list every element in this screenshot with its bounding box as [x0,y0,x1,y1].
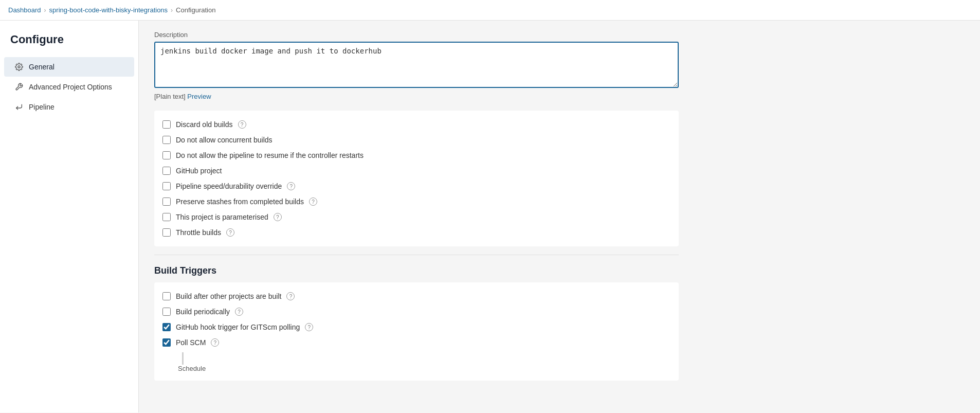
throttle-builds-checkbox[interactable] [162,228,171,237]
throttle-builds-label[interactable]: Throttle builds [176,228,221,237]
poll-scm-help-icon[interactable]: ? [211,338,219,347]
no-concurrent-builds-label[interactable]: Do not allow concurrent builds [176,136,273,144]
poll-scm-checkbox[interactable] [162,338,171,347]
checkbox-row-throttle-builds: Throttle builds ? [162,225,670,240]
build-after-other-checkbox[interactable] [162,292,171,300]
breadcrumb: Dashboard › spring-boot-code-with-bisky-… [0,0,980,21]
parameterised-help-icon[interactable]: ? [274,213,282,221]
checkbox-row-pipeline-speed: Pipeline speed/durability override ? [162,178,670,194]
preserve-stashes-label[interactable]: Preserve stashes from completed builds [176,197,304,206]
breadcrumb-sep-1: › [44,7,46,14]
build-periodically-help-icon[interactable]: ? [235,308,243,316]
breadcrumb-project[interactable]: spring-boot-code-with-bisky-integrations [49,6,168,14]
page-title: Configure [0,29,138,57]
parameterised-label[interactable]: This project is parameterised [176,213,268,221]
discard-old-builds-label[interactable]: Discard old builds [176,120,233,129]
github-hook-trigger-help-icon[interactable]: ? [305,323,313,331]
sidebar-item-general-label: General [29,63,55,71]
build-after-other-label[interactable]: Build after other projects are built [176,292,281,300]
checkbox-row-poll-scm: Poll SCM ? [162,335,670,350]
pipeline-speed-label[interactable]: Pipeline speed/durability override [176,182,282,190]
github-project-checkbox[interactable] [162,167,171,175]
github-project-label[interactable]: GitHub project [176,167,222,175]
main-content: Description jenkins build docker image a… [139,21,980,412]
schedule-vertical-line [182,352,184,365]
checkbox-row-build-after-other: Build after other projects are built ? [162,289,670,304]
plain-text-prefix: [Plain text] [154,93,186,100]
sidebar-item-advanced-label: Advanced Project Options [29,83,112,91]
pipeline-speed-checkbox[interactable] [162,182,171,190]
plain-text-row: [Plain text] Preview [154,93,965,100]
no-concurrent-builds-checkbox[interactable] [162,136,171,144]
preserve-stashes-help-icon[interactable]: ? [309,197,317,206]
checkbox-row-discard-old-builds: Discard old builds ? [162,117,670,132]
checkbox-row-preserve-stashes: Preserve stashes from completed builds ? [162,194,670,209]
schedule-indent: Schedule [162,350,670,372]
sidebar-item-general[interactable]: General [4,57,134,77]
github-hook-trigger-checkbox[interactable] [162,323,171,331]
checkbox-row-no-resume-pipeline: Do not allow the pipeline to resume if t… [162,148,670,163]
sidebar-item-pipeline-label: Pipeline [29,103,55,111]
no-resume-pipeline-checkbox[interactable] [162,151,171,159]
build-triggers-heading: Build Triggers [154,265,965,276]
parameterised-checkbox[interactable] [162,213,171,221]
svg-point-0 [18,66,20,68]
build-periodically-label[interactable]: Build periodically [176,308,230,316]
preserve-stashes-checkbox[interactable] [162,197,171,206]
checkbox-row-parameterised: This project is parameterised ? [162,209,670,225]
breadcrumb-sep-2: › [171,7,173,14]
description-textarea[interactable]: jenkins build docker image and push it t… [154,42,679,88]
wrench-icon [14,82,24,92]
schedule-label: Schedule [178,365,670,372]
breadcrumb-current: Configuration [176,6,215,14]
checkboxes-section: Discard old builds ? Do not allow concur… [154,111,679,246]
build-periodically-checkbox[interactable] [162,308,171,316]
discard-old-builds-help-icon[interactable]: ? [238,120,246,129]
github-hook-trigger-label[interactable]: GitHub hook trigger for GITScm polling [176,323,300,331]
checkbox-row-no-concurrent-builds: Do not allow concurrent builds [162,132,670,148]
build-after-other-help-icon[interactable]: ? [286,292,295,300]
description-label: Description [154,31,965,39]
poll-scm-label[interactable]: Poll SCM [176,338,206,347]
no-resume-pipeline-label[interactable]: Do not allow the pipeline to resume if t… [176,151,364,159]
sidebar-item-pipeline[interactable]: Pipeline [4,97,134,117]
preview-link[interactable]: Preview [187,93,211,100]
section-divider [154,255,679,255]
throttle-builds-help-icon[interactable]: ? [226,228,234,237]
pipeline-speed-help-icon[interactable]: ? [287,182,295,190]
sidebar: Configure General Advanced Project Optio… [0,21,139,412]
discard-old-builds-checkbox[interactable] [162,120,171,129]
checkbox-row-github-hook-trigger: GitHub hook trigger for GITScm polling ? [162,319,670,335]
breadcrumb-dashboard[interactable]: Dashboard [8,6,41,14]
checkbox-row-build-periodically: Build periodically ? [162,304,670,319]
sidebar-item-advanced[interactable]: Advanced Project Options [4,77,134,97]
gear-icon [14,62,24,71]
build-triggers-section: Build after other projects are built ? B… [154,282,679,381]
checkbox-row-github-project: GitHub project [162,163,670,178]
pipeline-icon [14,102,24,112]
